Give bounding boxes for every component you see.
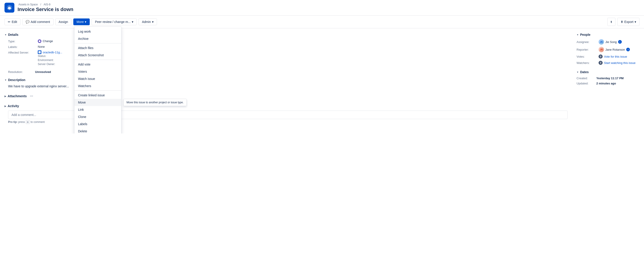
menu-item-move[interactable]: Move Move this issue to another project … (74, 99, 121, 106)
server-icon (38, 50, 41, 54)
menu-item-clone[interactable]: Clone (74, 113, 121, 120)
resolution-label: Resolution: (8, 70, 30, 74)
more-button[interactable]: More ▾ (73, 19, 90, 25)
comment-shortcut-key: m (26, 120, 30, 124)
people-section-label: People (580, 33, 590, 37)
votes-count-badge: 0 (598, 55, 603, 59)
peer-review-chevron-icon: ▾ (132, 20, 133, 24)
peer-review-button[interactable]: Peer review / change m... ▾ (92, 19, 137, 25)
affected-server-label: Affected Server: (8, 50, 35, 66)
server-name[interactable]: oracledb-11g... (38, 50, 62, 54)
edit-button[interactable]: ✏ Edit (4, 19, 20, 25)
dates-grid: Created: Yesterday 11:17 PM Updated: 2 m… (576, 77, 640, 85)
dates-section-header[interactable]: Dates (576, 70, 640, 74)
toolbar-right: ⬆ ⬆ Export ▾ (607, 18, 640, 26)
people-grid: Assignee: JS Jie Song i Reporter: JR Jan… (576, 39, 640, 65)
created-value: Yesterday 11:17 PM (596, 77, 640, 80)
breadcrumb-separator: / (40, 3, 41, 6)
resolution-value: Unresolved (35, 70, 51, 74)
share-icon: ⬆ (610, 20, 612, 24)
edit-icon: ✏ (8, 20, 10, 24)
updated-value: 2 minutes ago (596, 82, 640, 85)
menu-divider-2 (74, 60, 121, 60)
watchers-count-badge: 0 (598, 61, 603, 65)
reporter-name[interactable]: Jane Rotanson (605, 48, 625, 51)
menu-item-link[interactable]: Link (74, 106, 121, 113)
votes-value: 0 Vote for this issue (598, 55, 640, 59)
menu-item-delete[interactable]: Delete (74, 128, 121, 133)
labels-label: Labels: (8, 45, 35, 49)
breadcrumb: Assets in Space / AIS-9 (18, 3, 73, 6)
description-section-label: Description (8, 78, 26, 82)
toolbar: ✏ Edit 💬 Add comment Assign More ▾ Peer … (0, 16, 644, 28)
dates-chevron-icon (576, 71, 579, 73)
people-section: People Assignee: JS Jie Song i Reporter:… (576, 33, 640, 65)
server-env-label: Environment: (38, 59, 60, 62)
created-label: Created: (576, 77, 594, 80)
more-dropdown-menu: Log work Archive Attach files Attach Scr… (74, 26, 122, 133)
attachments-section-label: Attachments (8, 94, 27, 98)
assignee-name[interactable]: Jie Song (605, 40, 617, 44)
vote-link[interactable]: Vote for this issue (604, 55, 627, 58)
description-chevron-icon (4, 79, 7, 81)
menu-item-voters[interactable]: Voters (74, 68, 121, 75)
type-icon (38, 39, 41, 43)
details-chevron-icon (4, 34, 7, 36)
menu-item-log-work[interactable]: Log work (74, 28, 121, 35)
server-status-label: Status: (38, 55, 60, 58)
updated-label: Updated: (576, 82, 594, 85)
issue-title: Invoice Service is down (18, 7, 73, 12)
server-details: Status: Environment: Server Owner: (38, 55, 62, 66)
reporter-avatar: JR (598, 47, 604, 52)
dates-section-label: Dates (580, 70, 589, 74)
activity-chevron-icon (4, 105, 6, 107)
type-label: Type: (8, 39, 35, 43)
watch-link[interactable]: Start watching this issue (604, 61, 636, 65)
project-link[interactable]: Assets in Space (18, 3, 38, 6)
side-column: People Assignee: JS Jie Song i Reporter:… (576, 33, 640, 129)
reporter-label: Reporter: (576, 48, 597, 51)
more-chevron-icon: ▾ (85, 20, 86, 24)
admin-button[interactable]: Admin ▾ (138, 19, 157, 25)
dates-section: Dates Created: Yesterday 11:17 PM Update… (576, 70, 640, 85)
people-chevron-icon (576, 34, 579, 36)
issue-id-link[interactable]: AIS-9 (44, 3, 50, 6)
menu-item-watchers[interactable]: Watchers (74, 82, 121, 90)
assignee-avatar: JS (598, 39, 604, 45)
export-icon: ⬆ (620, 20, 623, 24)
svg-point-1 (9, 6, 10, 7)
menu-item-watch-issue[interactable]: Watch issue (74, 75, 121, 82)
watchers-label: Watchers: (576, 61, 597, 65)
assignee-info-icon[interactable]: i (618, 40, 622, 44)
details-section-label: Details (8, 33, 18, 37)
admin-chevron-icon: ▾ (152, 20, 154, 24)
assign-button[interactable]: Assign (55, 19, 72, 25)
menu-item-attach-files[interactable]: Attach files (74, 44, 121, 52)
menu-item-attach-screenshot[interactable]: Attach Screenshot (74, 52, 121, 59)
share-button[interactable]: ⬆ (607, 18, 616, 26)
export-button[interactable]: ⬆ Export ▾ (617, 18, 640, 26)
add-comment-button[interactable]: 💬 Add comment (22, 19, 53, 25)
activity-section-label: Activity (8, 104, 19, 108)
attachments-more-icon[interactable]: ⋯ (28, 93, 35, 99)
watchers-value: 0 Start watching this issue (598, 61, 640, 65)
server-owner-label: Server Owner: (38, 63, 60, 66)
menu-item-add-vote[interactable]: Add vote (74, 61, 121, 68)
header-title-area: Assets in Space / AIS-9 Invoice Service … (18, 3, 73, 12)
export-chevron-icon: ▾ (634, 20, 636, 24)
reporter-info-icon[interactable]: i (626, 48, 630, 51)
people-section-header[interactable]: People (576, 33, 640, 37)
comment-icon: 💬 (26, 20, 30, 24)
header: Assets in Space / AIS-9 Invoice Service … (0, 0, 644, 16)
reporter-value: JR Jane Rotanson i (598, 47, 640, 52)
votes-label: Votes: (576, 55, 597, 58)
assignee-label: Assignee: (576, 40, 597, 44)
attachments-chevron-icon (4, 95, 6, 97)
menu-item-labels[interactable]: Labels (74, 120, 121, 128)
menu-item-archive[interactable]: Archive (74, 35, 121, 42)
app-logo (4, 3, 14, 13)
menu-divider-1 (74, 43, 121, 44)
assignee-value: JS Jie Song i (598, 39, 640, 45)
menu-item-create-linked-issue[interactable]: Create linked issue (74, 92, 121, 99)
